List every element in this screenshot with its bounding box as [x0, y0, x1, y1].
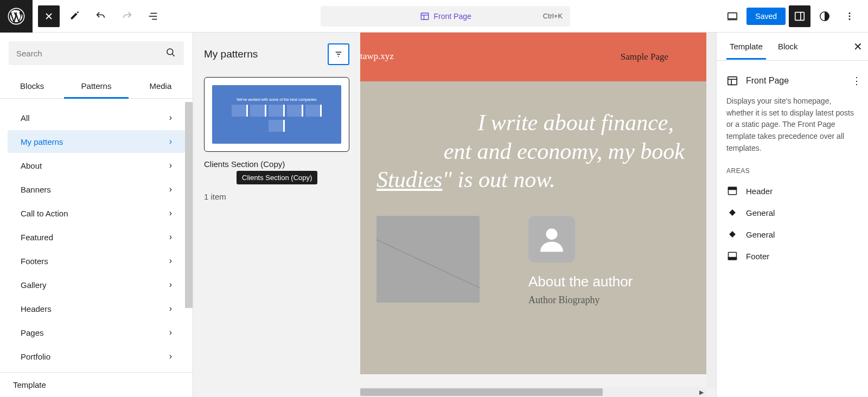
tab-block[interactable]: Block [770, 34, 806, 59]
search-input[interactable] [16, 49, 165, 58]
tab-blocks[interactable]: Blocks [0, 74, 64, 98]
svg-rect-23 [728, 77, 737, 85]
close-inserter-button[interactable] [38, 5, 60, 27]
person-icon [537, 224, 567, 254]
footer-area-icon [726, 250, 738, 262]
category-gallery[interactable]: Gallery› [8, 273, 185, 296]
site-url: tawp.xyz [360, 51, 394, 62]
patterns-panel-title: My patterns [204, 48, 258, 60]
diamond-icon [726, 228, 738, 240]
category-about[interactable]: About› [8, 154, 185, 177]
about-author-section: About the author Author Biography [376, 216, 690, 306]
toolbar-right: Saved [722, 5, 868, 27]
svg-rect-31 [729, 258, 737, 260]
tab-patterns[interactable]: Patterns [64, 74, 128, 98]
svg-point-17 [167, 48, 173, 54]
block-inserter-panel: Blocks Patterns Media All› My patterns› … [0, 33, 193, 397]
undo-button[interactable] [90, 5, 112, 27]
top-toolbar: Front Page Ctrl+K Saved [0, 0, 868, 33]
redo-button[interactable] [116, 5, 138, 27]
filter-icon [334, 49, 343, 59]
category-pages[interactable]: Pages› [8, 321, 185, 344]
canvas-horizontal-scrollbar[interactable]: ▶ [360, 387, 706, 397]
patterns-count: 1 item [204, 192, 349, 201]
chevron-right-icon: › [169, 304, 172, 313]
svg-rect-27 [729, 188, 737, 190]
inserter-scrollbar[interactable] [185, 102, 193, 308]
area-general-1[interactable]: General [726, 202, 858, 223]
chevron-right-icon: › [169, 113, 172, 123]
patterns-preview-panel: My patterns We've worked with some of th… [193, 33, 360, 397]
pattern-categories: All› My patterns› About› Banners› Call t… [0, 99, 193, 372]
hero-block[interactable]: I write about finance, ent and economy, … [360, 81, 706, 374]
author-bio-label: Author Biography [528, 294, 633, 306]
svg-point-15 [849, 15, 851, 17]
close-settings-button[interactable]: ✕ [853, 40, 863, 53]
wordpress-logo[interactable] [0, 0, 33, 33]
document-overview-button[interactable] [142, 5, 164, 27]
areas-heading: Areas [726, 167, 858, 175]
svg-rect-6 [421, 13, 429, 20]
category-all[interactable]: All› [8, 106, 185, 129]
category-footers[interactable]: Footers› [8, 249, 185, 272]
image-placeholder[interactable] [376, 216, 480, 303]
styles-button[interactable] [814, 5, 835, 27]
svg-rect-9 [728, 12, 737, 18]
area-header[interactable]: Header [726, 180, 858, 202]
tab-media[interactable]: Media [129, 74, 193, 98]
category-headers[interactable]: Headers› [8, 297, 185, 320]
chevron-right-icon: › [169, 208, 172, 218]
wordpress-icon [8, 8, 25, 25]
avatar-placeholder[interactable] [528, 216, 575, 262]
chevron-right-icon: › [169, 184, 172, 194]
breadcrumb-template[interactable]: Template [0, 372, 193, 397]
category-portfolio[interactable]: Portfolio› [8, 345, 185, 368]
scroll-right-icon[interactable]: ▶ [697, 387, 706, 397]
settings-sidebar: Template Block ✕ Front Page ⋮ Displays y… [716, 33, 868, 397]
save-button[interactable]: Saved [746, 8, 786, 25]
site-header-block[interactable]: tawp.xyz Sample Page [360, 33, 706, 81]
area-footer[interactable]: Footer [726, 245, 858, 267]
inserter-tabs: Blocks Patterns Media [0, 74, 193, 99]
options-button[interactable] [839, 5, 860, 27]
document-bar[interactable]: Front Page Ctrl+K [321, 6, 570, 27]
edit-icon [69, 10, 81, 22]
redo-icon [121, 10, 133, 22]
template-more-button[interactable]: ⋮ [852, 75, 861, 87]
more-vertical-icon [844, 10, 856, 22]
template-title-row: Front Page ⋮ [726, 71, 858, 91]
command-shortcut: Ctrl+K [543, 12, 563, 20]
pattern-card[interactable]: We've worked with some of the best compa… [204, 77, 349, 152]
template-name: Front Page [746, 76, 789, 86]
chevron-right-icon: › [169, 232, 172, 242]
hero-text: I write about finance, ent and economy, … [376, 108, 690, 194]
inserter-search[interactable] [9, 41, 184, 65]
about-heading: About the author [528, 273, 633, 290]
category-my-patterns[interactable]: My patterns› [8, 130, 185, 153]
patterns-filter-button[interactable] [328, 43, 349, 65]
chevron-right-icon: › [169, 328, 172, 337]
canvas-viewport[interactable]: tawp.xyz Sample Page I write about finan… [360, 33, 706, 387]
pattern-name-label: Clients Section (Copy) [204, 159, 349, 169]
svg-point-16 [849, 18, 851, 20]
scrollbar-thumb[interactable] [360, 388, 603, 396]
search-icon [165, 47, 176, 60]
category-call-to-action[interactable]: Call to Action› [8, 202, 185, 225]
view-button[interactable] [722, 5, 743, 27]
document-title: Front Page [434, 12, 471, 21]
category-featured[interactable]: Featured› [8, 226, 185, 248]
tab-template[interactable]: Template [722, 34, 770, 59]
list-view-icon [147, 10, 159, 22]
chevron-right-icon: › [169, 161, 172, 170]
svg-line-18 [173, 54, 175, 56]
nav-link[interactable]: Sample Page [621, 52, 668, 62]
category-banners[interactable]: Banners› [8, 178, 185, 201]
area-general-2[interactable]: General [726, 223, 858, 245]
chevron-right-icon: › [169, 137, 172, 146]
svg-rect-29 [729, 232, 736, 238]
sidebar-icon [794, 10, 806, 22]
canvas-vertical-scrollbar[interactable] [706, 33, 716, 387]
tools-button[interactable] [64, 5, 86, 27]
close-icon [44, 12, 53, 21]
settings-toggle-button[interactable] [789, 5, 810, 27]
